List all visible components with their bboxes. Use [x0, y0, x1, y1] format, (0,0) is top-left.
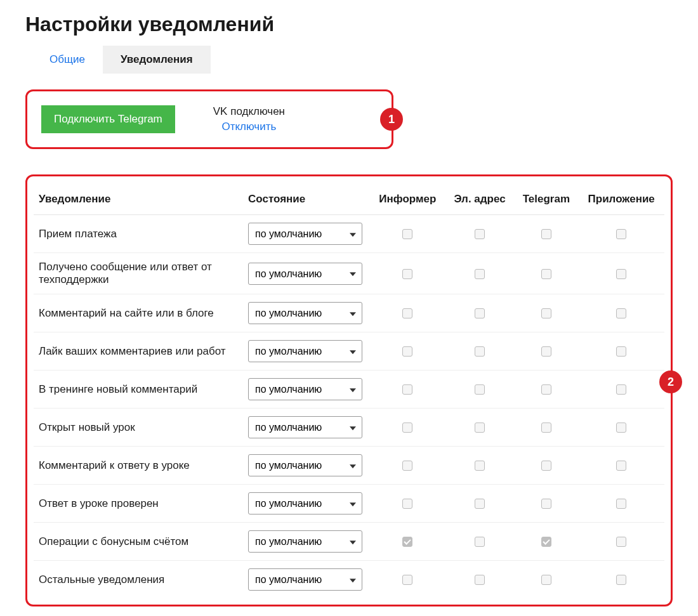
- state-select[interactable]: по умолчанию: [248, 530, 362, 553]
- checkbox-cell-telegram: [514, 561, 578, 599]
- checkbox-app[interactable]: [616, 229, 626, 239]
- checkbox-cell-app: [578, 409, 664, 447]
- notification-label: Комментарий на сайте или в блоге: [34, 294, 243, 332]
- checkbox-telegram[interactable]: [541, 269, 551, 279]
- checkbox-cell-informer: [370, 215, 445, 253]
- checkbox-cell-telegram: [514, 523, 578, 561]
- checkbox-cell-informer: [370, 447, 445, 485]
- checkbox-cell-telegram: [514, 447, 578, 485]
- connect-panel: Подключить Telegram VK подключен Отключи…: [25, 89, 393, 149]
- checkbox-app[interactable]: [616, 499, 626, 509]
- checkbox-cell-email: [445, 253, 515, 294]
- checkbox-telegram[interactable]: [541, 423, 551, 433]
- tab-general[interactable]: Общие: [32, 46, 103, 74]
- checkbox-email[interactable]: [475, 575, 485, 585]
- checkbox-informer[interactable]: [402, 384, 412, 395]
- state-cell: по умолчанию: [243, 294, 370, 332]
- state-cell: по умолчанию: [243, 523, 370, 561]
- checkbox-informer[interactable]: [402, 308, 412, 318]
- checkbox-telegram[interactable]: [541, 461, 551, 471]
- state-select[interactable]: по умолчанию: [248, 568, 362, 591]
- checkbox-app[interactable]: [616, 575, 626, 585]
- vk-disconnect-link[interactable]: Отключить: [221, 121, 276, 133]
- state-select[interactable]: по умолчанию: [248, 340, 362, 362]
- connect-telegram-button[interactable]: Подключить Telegram: [41, 105, 175, 133]
- checkbox-informer[interactable]: [402, 537, 412, 547]
- page-title: Настройки уведомлений: [25, 13, 673, 36]
- checkbox-email[interactable]: [475, 346, 485, 357]
- checkbox-informer[interactable]: [402, 575, 412, 585]
- state-cell: по умолчанию: [243, 485, 370, 523]
- checkbox-cell-informer: [370, 253, 445, 294]
- checkbox-cell-telegram: [514, 332, 578, 370]
- notification-label: Прием платежа: [34, 215, 243, 253]
- checkbox-cell-informer: [370, 409, 445, 447]
- checkbox-app[interactable]: [616, 537, 626, 547]
- table-row: В тренинге новый комментарийпо умолчанию: [34, 370, 664, 409]
- checkbox-informer[interactable]: [402, 269, 412, 279]
- table-row: Комментарий на сайте или в блогепо умолч…: [34, 294, 664, 332]
- checkbox-cell-email: [445, 409, 515, 447]
- checkbox-telegram[interactable]: [541, 384, 551, 395]
- checkbox-app[interactable]: [616, 346, 626, 357]
- state-select[interactable]: по умолчанию: [248, 302, 362, 324]
- annotation-badge-2: 2: [659, 370, 682, 393]
- th-notification: Уведомление: [34, 187, 243, 215]
- checkbox-app[interactable]: [616, 461, 626, 471]
- state-select[interactable]: по умолчанию: [248, 454, 362, 476]
- checkbox-telegram[interactable]: [541, 575, 551, 585]
- checkbox-cell-informer: [370, 370, 445, 409]
- checkbox-informer[interactable]: [402, 229, 412, 239]
- notification-label: Операции с бонусным счётом: [34, 523, 243, 561]
- state-cell: по умолчанию: [243, 332, 370, 370]
- state-select[interactable]: по умолчанию: [248, 492, 362, 514]
- table-row: Открыт новый урокпо умолчанию: [34, 409, 664, 447]
- checkbox-email[interactable]: [475, 537, 485, 547]
- checkbox-email[interactable]: [475, 308, 485, 318]
- state-select[interactable]: по умолчанию: [248, 416, 362, 438]
- checkbox-cell-email: [445, 332, 515, 370]
- checkbox-informer[interactable]: [402, 423, 412, 433]
- checkbox-telegram[interactable]: [541, 346, 551, 357]
- checkbox-telegram[interactable]: [541, 308, 551, 318]
- tabs: Общие Уведомления: [32, 46, 673, 74]
- tab-notifications[interactable]: Уведомления: [103, 46, 211, 74]
- th-state: Состояние: [243, 187, 370, 215]
- table-row: Прием платежапо умолчанию: [34, 215, 664, 253]
- checkbox-cell-app: [578, 294, 664, 332]
- checkbox-informer[interactable]: [402, 461, 412, 471]
- annotation-badge-1: 1: [380, 108, 403, 131]
- notification-label: Получено сообщение или ответ от техподде…: [34, 253, 243, 294]
- state-select[interactable]: по умолчанию: [248, 263, 362, 285]
- checkbox-email[interactable]: [475, 384, 485, 395]
- checkbox-app[interactable]: [616, 269, 626, 279]
- checkbox-cell-email: [445, 561, 515, 599]
- state-select[interactable]: по умолчанию: [248, 378, 362, 400]
- checkbox-cell-informer: [370, 561, 445, 599]
- notification-label: Лайк ваших комментариев или работ: [34, 332, 243, 370]
- checkbox-email[interactable]: [475, 461, 485, 471]
- checkbox-email[interactable]: [475, 423, 485, 433]
- checkbox-email[interactable]: [475, 229, 485, 239]
- th-app: Приложение: [578, 187, 664, 215]
- checkbox-cell-telegram: [514, 409, 578, 447]
- checkbox-cell-email: [445, 370, 515, 409]
- checkbox-telegram[interactable]: [541, 229, 551, 239]
- checkbox-app[interactable]: [616, 423, 626, 433]
- table-row: Лайк ваших комментариев или работпо умол…: [34, 332, 664, 370]
- checkbox-informer[interactable]: [402, 499, 412, 509]
- checkbox-app[interactable]: [616, 384, 626, 395]
- checkbox-cell-telegram: [514, 215, 578, 253]
- notifications-table: Уведомление Состояние Информер Эл. адрес…: [34, 187, 664, 598]
- vk-status-label: VK подключен: [213, 105, 285, 118]
- checkbox-informer[interactable]: [402, 346, 412, 357]
- vk-block: VK подключен Отключить: [213, 105, 285, 133]
- checkbox-email[interactable]: [475, 269, 485, 279]
- checkbox-telegram[interactable]: [541, 499, 551, 509]
- checkbox-app[interactable]: [616, 308, 626, 318]
- notification-label: Комментарий к ответу в уроке: [34, 447, 243, 485]
- checkbox-telegram[interactable]: [541, 537, 551, 547]
- state-select[interactable]: по умолчанию: [248, 223, 362, 245]
- checkbox-email[interactable]: [475, 499, 485, 509]
- checkbox-cell-telegram: [514, 370, 578, 409]
